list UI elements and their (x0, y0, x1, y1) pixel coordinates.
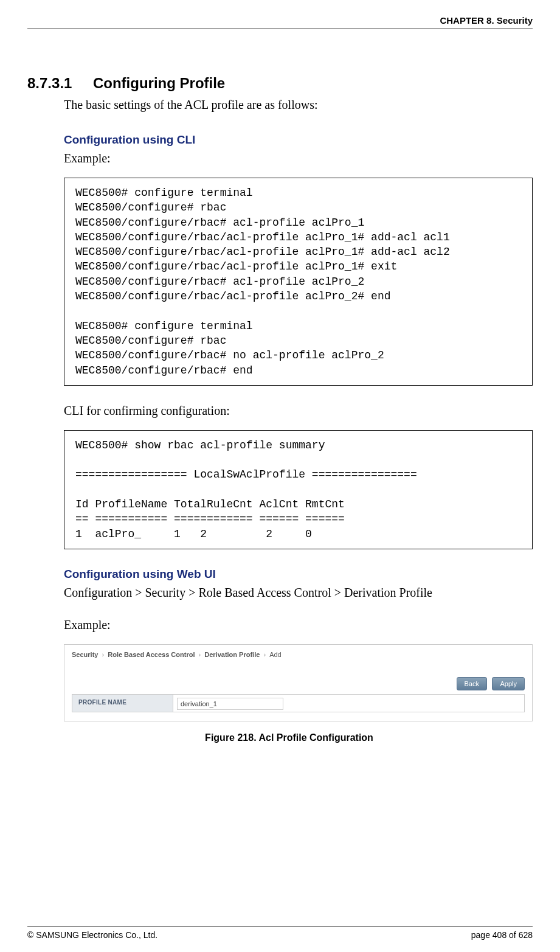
ui-screenshot-figure: Security › Role Based Access Control › D… (64, 644, 533, 721)
chevron-right-icon: › (102, 651, 104, 658)
webui-path: Configuration > Security > Role Based Ac… (64, 586, 533, 600)
apply-button[interactable]: Apply (492, 677, 525, 690)
cli-heading: Configuration using CLI (64, 133, 533, 147)
cli-example-label: Example: (64, 151, 533, 165)
breadcrumb-item[interactable]: Derivation Profile (204, 651, 260, 658)
footer-page-number: page 408 of 628 (471, 930, 533, 940)
breadcrumb-item[interactable]: Security (72, 651, 98, 658)
breadcrumb-item-current: Add (269, 651, 282, 658)
page-content: 8.7.3.1 Configuring Profile The basic se… (27, 75, 533, 926)
button-row: Back Apply (72, 676, 525, 690)
profile-name-label: PROFILE NAME (72, 695, 173, 712)
webui-example-label: Example: (64, 618, 533, 632)
section-title: Configuring Profile (93, 75, 225, 92)
cli-code-block-2: WEC8500# show rbac acl-profile summary =… (64, 430, 533, 549)
breadcrumb: Security › Role Based Access Control › D… (72, 651, 525, 658)
chevron-right-icon: › (199, 651, 201, 658)
section-intro: The basic settings of the ACL profile ar… (64, 98, 533, 112)
profile-name-input[interactable] (177, 698, 283, 710)
section-number: 8.7.3.1 (27, 75, 90, 92)
footer-copyright: © SAMSUNG Electronics Co., Ltd. (27, 930, 157, 940)
form-row: PROFILE NAME (72, 694, 525, 712)
breadcrumb-item[interactable]: Role Based Access Control (108, 651, 195, 658)
profile-name-cell (173, 695, 524, 712)
page-footer: © SAMSUNG Electronics Co., Ltd. page 408… (27, 926, 533, 940)
section-heading: 8.7.3.1 Configuring Profile (46, 75, 533, 92)
page-header: CHAPTER 8. Security (27, 15, 533, 29)
cli-confirm-label: CLI for confirming configuration: (64, 404, 533, 418)
figure-caption: Figure 218. Acl Profile Configuration (46, 732, 533, 743)
webui-heading: Configuration using Web UI (64, 568, 533, 581)
back-button[interactable]: Back (457, 677, 487, 690)
chevron-right-icon: › (263, 651, 266, 658)
cli-code-block-1: WEC8500# configure terminal WEC8500/conf… (64, 178, 533, 386)
chapter-label: CHAPTER 8. Security (440, 15, 533, 26)
